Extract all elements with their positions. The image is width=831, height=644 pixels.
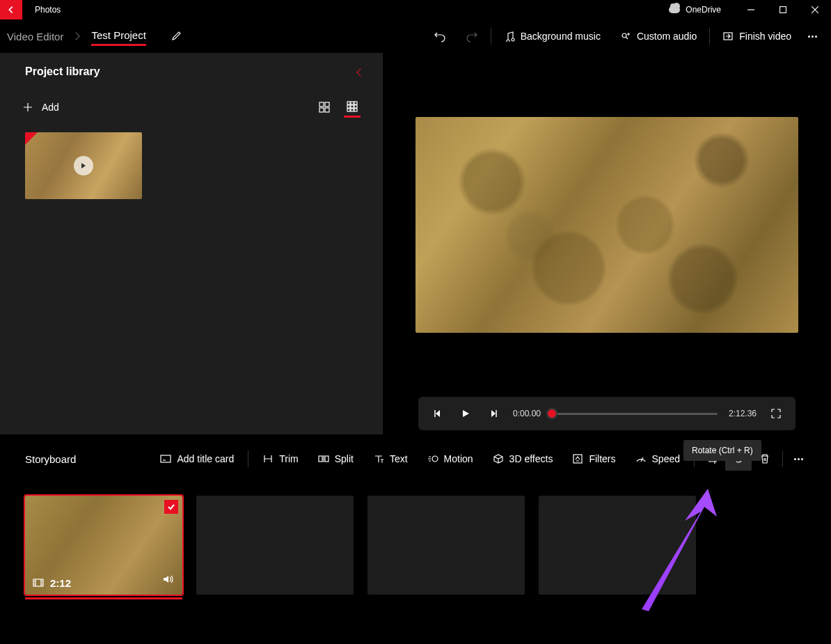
svg-rect-10 xyxy=(347,105,350,108)
speed-button[interactable]: Speed xyxy=(626,448,690,470)
onedrive-label: OneDrive xyxy=(686,5,721,15)
finish-video-button[interactable]: Finish video xyxy=(713,25,801,47)
text-button[interactable]: Text xyxy=(363,448,418,470)
collapse-chevron-icon[interactable] xyxy=(358,65,363,78)
trim-label: Trim xyxy=(279,453,298,464)
svg-rect-11 xyxy=(351,105,354,108)
svg-rect-21 xyxy=(33,579,43,586)
svg-rect-9 xyxy=(354,102,357,104)
next-frame-button[interactable] xyxy=(485,405,502,422)
svg-rect-8 xyxy=(351,102,354,104)
add-label: Add xyxy=(42,102,59,113)
view-large-button[interactable] xyxy=(316,99,333,116)
add-media-button[interactable]: Add xyxy=(22,102,59,113)
volume-icon[interactable] xyxy=(161,572,175,589)
breadcrumb-root[interactable]: Video Editor xyxy=(7,31,63,42)
split-label: Split xyxy=(335,453,354,464)
storyboard-title: Storyboard xyxy=(25,453,76,465)
add-title-card-label: Add title card xyxy=(177,453,234,464)
library-clip-thumbnail[interactable] xyxy=(25,132,142,199)
motion-label: Motion xyxy=(444,453,473,464)
library-title: Project library xyxy=(25,65,100,78)
svg-rect-0 xyxy=(780,7,786,13)
speed-label: Speed xyxy=(652,453,680,464)
play-button[interactable] xyxy=(457,405,474,422)
more-button[interactable] xyxy=(801,30,824,43)
video-icon xyxy=(32,576,45,589)
separator xyxy=(491,28,491,45)
svg-point-19 xyxy=(432,456,438,462)
seek-thumb[interactable] xyxy=(548,409,556,418)
svg-rect-17 xyxy=(319,456,322,462)
main-area: Project library Add xyxy=(0,53,831,434)
svg-rect-12 xyxy=(354,105,357,108)
storyboard-empty-slot[interactable] xyxy=(367,496,525,595)
storyboard-clips: 2:12 xyxy=(25,496,810,595)
storyboard-more-button[interactable] xyxy=(787,453,810,466)
finish-label: Finish video xyxy=(739,31,791,42)
svg-rect-16 xyxy=(161,455,171,462)
svg-rect-18 xyxy=(325,456,329,462)
svg-rect-4 xyxy=(325,102,329,107)
rotate-tooltip: Rotate (Ctrl + R) xyxy=(683,440,761,461)
onedrive-status[interactable]: OneDrive xyxy=(669,5,721,15)
total-time: 2:12.36 xyxy=(729,409,757,418)
undo-button[interactable] xyxy=(424,24,456,48)
back-button[interactable] xyxy=(0,0,22,19)
svg-rect-14 xyxy=(351,109,354,111)
player-controls: 0:00.00 2:12.36 xyxy=(418,397,796,430)
separator xyxy=(709,28,710,45)
custom-audio-label: Custom audio xyxy=(637,31,697,42)
project-library-panel: Project library Add xyxy=(0,53,383,434)
maximize-button[interactable] xyxy=(767,0,799,19)
storyboard-empty-slot[interactable] xyxy=(539,496,696,595)
custom-audio-button[interactable]: Custom audio xyxy=(610,25,706,47)
prev-frame-button[interactable] xyxy=(429,405,446,422)
redo-button[interactable] xyxy=(456,24,488,48)
split-button[interactable]: Split xyxy=(308,448,363,470)
title-bar: Photos OneDrive xyxy=(0,0,831,19)
preview-area: 0:00.00 2:12.36 xyxy=(383,53,831,434)
top-toolbar: Video Editor Test Project Background mus… xyxy=(0,19,831,53)
3d-effects-label: 3D effects xyxy=(509,453,553,464)
svg-rect-7 xyxy=(347,102,350,104)
trim-button[interactable]: Trim xyxy=(253,448,308,470)
cloud-icon xyxy=(669,6,680,13)
svg-rect-3 xyxy=(319,102,324,107)
clip-duration: 2:12 xyxy=(50,577,71,589)
svg-rect-13 xyxy=(347,109,350,111)
project-name[interactable]: Test Project xyxy=(91,26,145,46)
fullscreen-button[interactable] xyxy=(768,405,784,422)
svg-rect-5 xyxy=(319,108,324,112)
app-name: Photos xyxy=(35,5,61,15)
svg-rect-15 xyxy=(354,109,357,111)
add-title-card-button[interactable]: Add title card xyxy=(150,448,244,470)
edit-icon[interactable] xyxy=(171,30,182,43)
motion-button[interactable]: Motion xyxy=(418,448,483,470)
minimize-button[interactable] xyxy=(735,0,767,19)
separator xyxy=(248,450,248,467)
svg-rect-20 xyxy=(573,455,582,463)
current-time: 0:00.00 xyxy=(513,409,541,418)
breadcrumb: Video Editor Test Project xyxy=(7,26,182,46)
separator xyxy=(782,450,783,467)
close-button[interactable] xyxy=(799,0,831,19)
storyboard-empty-slot[interactable] xyxy=(196,496,354,595)
filters-label: Filters xyxy=(589,453,615,464)
filters-button[interactable]: Filters xyxy=(562,448,625,470)
background-music-button[interactable]: Background music xyxy=(494,25,610,47)
svg-rect-6 xyxy=(325,108,329,112)
video-preview[interactable] xyxy=(416,117,798,333)
storyboard-clip[interactable]: 2:12 xyxy=(25,496,182,595)
seek-track[interactable] xyxy=(552,413,718,415)
play-overlay-icon xyxy=(74,156,93,175)
text-label: Text xyxy=(390,453,408,464)
chevron-right-icon xyxy=(72,32,80,40)
check-icon xyxy=(164,500,178,514)
bg-music-label: Background music xyxy=(521,31,601,42)
3d-effects-button[interactable]: 3D effects xyxy=(483,448,563,470)
